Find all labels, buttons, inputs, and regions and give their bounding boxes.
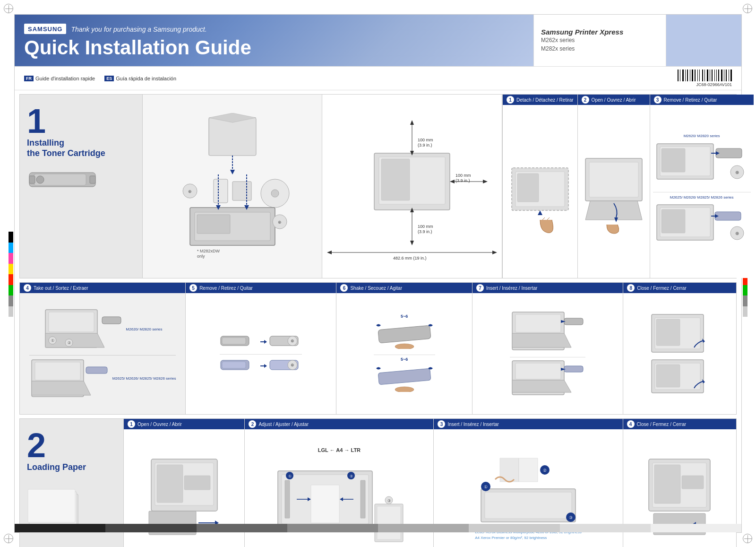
step8-panel: 8 Close / Fermez / Cerrar (623, 283, 736, 414)
samsung-logo: SAMSUNG (24, 24, 66, 34)
barcode-number: JC68-02966AV101 (696, 82, 732, 87)
svg-rect-112 (656, 319, 680, 346)
detach-illustration (507, 144, 573, 239)
step6-badge: 6 (340, 284, 348, 292)
step6-variant1: 5~6 (374, 314, 435, 351)
svg-rect-29 (381, 159, 410, 200)
step7-body (472, 293, 623, 414)
remove5-result1: ⊕ (269, 332, 302, 351)
svg-text:⊕: ⊕ (291, 363, 294, 367)
svg-text:②: ② (67, 341, 70, 345)
spacing-area: 100 mm (3.9 in.) 100 mm (3.9 in.) 100 mm… (322, 95, 502, 278)
step6-range2: 5~6 (374, 357, 435, 362)
step7-badge: 7 (476, 284, 484, 292)
step5-badge: 5 (189, 284, 197, 292)
svg-text:100 mm: 100 mm (418, 138, 433, 142)
svg-text:③: ③ (387, 499, 390, 503)
insert-v2 (510, 358, 585, 396)
step6-header: 6 Shake / Secouez / Agitar (336, 283, 472, 293)
step4-header: 4 Take out / Sortez / Extraer (20, 283, 185, 293)
step2-badge: 2 (582, 96, 589, 104)
es-text: Guía rápida de instalación (116, 76, 176, 81)
step-remove-header: 3 Remove / Retirez / Quitar (650, 95, 754, 105)
svg-marker-46 (327, 251, 332, 254)
step8-body (623, 293, 736, 414)
svg-text:②: ② (349, 474, 352, 478)
step5-header: 5 Remove / Retirez / Quitar (186, 283, 336, 293)
shake-v2 (374, 364, 435, 392)
loading-step1-label: Open / Ouvrez / Abrir (137, 422, 182, 427)
insert-v1 (510, 310, 585, 352)
close-v2 (649, 357, 711, 395)
svg-text:①: ① (288, 474, 291, 478)
step2-number: 2 (27, 428, 46, 462)
loading-step2-label: Adjust / Ajuster / Ajustar (258, 422, 309, 427)
step-detach-header: 1 Detach / Détachez / Retirar (503, 95, 577, 105)
remove-variant2: M2625/ M2626/ M2825/ M2826 series (653, 192, 751, 249)
loading-step4-header: 4 Close / Fermez / Cerrar (623, 419, 736, 429)
remove5-v1 (220, 332, 258, 351)
svg-rect-5 (209, 118, 256, 156)
loading-step4-badge: 4 (627, 420, 635, 428)
svg-point-13 (271, 190, 279, 197)
svg-rect-75 (49, 312, 94, 332)
svg-marker-37 (483, 180, 488, 183)
svg-rect-56 (589, 162, 638, 197)
series-m2620-label: M2620/ M2820 series (654, 134, 749, 139)
svg-marker-47 (492, 251, 497, 254)
step4-series1: M2620/ M2820 series (126, 327, 163, 332)
step-open: 2 Open / Ouvrez / Abrir (577, 95, 650, 278)
svg-rect-140 (311, 485, 339, 523)
takeout-m2625 (29, 357, 110, 400)
svg-rect-83 (86, 367, 107, 373)
svg-text:100 mm: 100 mm (455, 173, 471, 178)
close-v1 (649, 312, 711, 355)
svg-rect-124 (184, 476, 210, 490)
step6-range1: 5~6 (374, 314, 435, 319)
step4-variant1: ① ② M2620/ M2820 series (43, 307, 163, 352)
step5-variant2: ⊕ (220, 354, 302, 375)
svg-text:⊕: ⊕ (188, 189, 192, 194)
remove5-v2 (220, 356, 258, 375)
svg-text:482.6 mm (19 in.): 482.6 mm (19 in.) (393, 256, 427, 260)
arrow5-v2 (259, 361, 267, 371)
svg-rect-11 (232, 182, 251, 200)
svg-rect-155 (654, 465, 680, 504)
step7-variant2 (510, 357, 585, 398)
loading-step1-badge: 1 (128, 420, 135, 428)
step-remove1: 3 Remove / Retirez / Quitar M2620/ M2820… (650, 95, 754, 278)
corner-mark-br (743, 534, 752, 543)
spacing-diagram: 100 mm (3.9 in.) 100 mm (3.9 in.) 100 mm… (327, 106, 497, 267)
toner-cartridge-illustration (27, 165, 98, 191)
svg-rect-108 (564, 366, 583, 372)
svg-text:③: ③ (569, 515, 573, 520)
svg-text:⊕: ⊕ (735, 170, 739, 175)
svg-text:①: ① (51, 339, 54, 343)
loading-step4-label: Close / Fermez / Cerrar (637, 422, 686, 427)
printer-series2: M282x series (541, 44, 659, 53)
svg-rect-3 (29, 176, 35, 183)
step4-badge: 4 (24, 284, 31, 292)
loading-step3-label: Insert / Insérez / Insertar (447, 422, 498, 427)
step4-label-text: Take out / Sortez / Extraer (34, 286, 88, 291)
adjust-guide-label: LGL ← A4 → LTR (318, 447, 361, 453)
step4-variant2: M2625/ M2626/ M2825/ M2826 series (29, 355, 176, 400)
step7-panel: 7 Insert / Insérez / Insertar (472, 283, 623, 414)
svg-rect-131 (361, 480, 365, 518)
svg-rect-156 (682, 476, 704, 489)
step8-header: 8 Close / Fermez / Cerrar (623, 283, 736, 293)
step5-body: ⊕ (186, 293, 336, 414)
step-open-body (578, 105, 650, 278)
page-container: SAMSUNG Thank you for purchasing a Samsu… (14, 14, 742, 533)
remove-variant1: M2620/ M2820 series (654, 134, 749, 188)
svg-rect-100 (378, 368, 431, 384)
svg-rect-10 (214, 179, 228, 203)
step1-badge: 1 (507, 96, 514, 104)
svg-rect-61 (716, 148, 742, 158)
svg-rect-142 (377, 506, 401, 539)
svg-marker-87 (264, 340, 267, 344)
svg-marker-9 (230, 170, 235, 174)
svg-rect-4 (90, 176, 95, 183)
step5-label-text: Remove / Retirez / Quitar (199, 286, 253, 291)
barcode (678, 69, 732, 81)
